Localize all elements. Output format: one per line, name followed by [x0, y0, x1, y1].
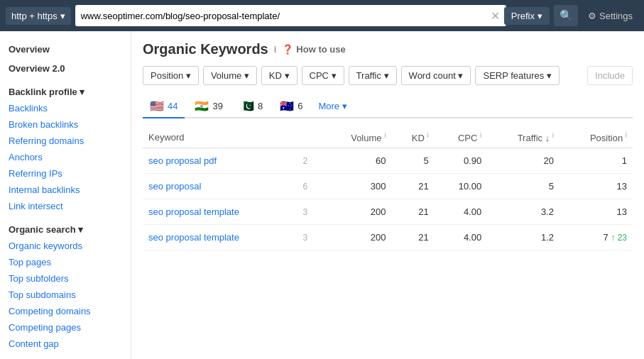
url-input[interactable] [75, 5, 506, 26]
title-info-icon[interactable]: i [274, 44, 277, 55]
protocol-chevron-icon: ▾ [60, 11, 65, 21]
position-value: 1 [622, 155, 627, 166]
traffic-cell: 3.2 [487, 199, 560, 225]
sidebar-item-content-gap[interactable]: Content gap [0, 336, 131, 352]
tab-us-count: 44 [168, 101, 178, 111]
col-volume: Volume i [322, 127, 392, 148]
keyword-cell: seo proposal pdf [143, 148, 298, 174]
top-bar: http + https ▾ ✕ Prefix ▾ 🔍 ⚙ Settings [0, 0, 644, 31]
position-cell: 7 ↑ 23 [560, 225, 633, 250]
position-value: 7 [603, 232, 608, 243]
filter-word-count[interactable]: Word count ▾ [401, 66, 471, 85]
sidebar-overview[interactable]: Overview [0, 38, 131, 57]
traffic-up-icon: ↑ 23 [611, 233, 627, 243]
position-cell: 13 [560, 199, 633, 225]
settings-label: Settings [599, 11, 633, 21]
sidebar-item-competing-pages[interactable]: Competing pages [0, 319, 131, 336]
kd-cell: 21 [391, 225, 434, 250]
clear-button[interactable]: ✕ [491, 9, 500, 23]
keyword-link[interactable]: seo proposal template [148, 206, 239, 217]
kd-cell: 5 [391, 148, 434, 174]
settings-button[interactable]: ⚙ Settings [582, 7, 638, 25]
col-kd: KD i [391, 127, 434, 148]
question-icon: ❓ [282, 44, 293, 55]
sidebar-item-referring-ips[interactable]: Referring IPs [0, 165, 131, 182]
sidebar-item-internal-backlinks[interactable]: Internal backlinks [0, 182, 131, 198]
col-position: Position i [560, 127, 633, 148]
search-button[interactable]: 🔍 [554, 5, 578, 26]
protocol-label: http + https [11, 11, 58, 21]
tab-in-count: 39 [212, 101, 222, 111]
flag-au-icon: 🇦🇺 [280, 99, 294, 113]
position-cell: 13 [560, 174, 633, 199]
col2-cell: 3 [298, 225, 322, 250]
tab-au-count: 6 [298, 101, 302, 111]
sidebar-item-link-intersect[interactable]: Link intersect [0, 198, 131, 214]
col2-cell: 6 [298, 174, 322, 199]
tab-pk-count: 8 [258, 101, 263, 111]
tab-in[interactable]: 🇮🇳 39 [187, 95, 229, 118]
small-num: 2 [303, 156, 308, 166]
traffic-cell: 5 [487, 174, 560, 199]
keyword-link[interactable]: seo proposal [148, 181, 201, 192]
filter-traffic[interactable]: Traffic ▾ [349, 66, 397, 85]
sidebar-pages[interactable]: Pages ▾ [0, 356, 131, 359]
layout: Overview Overview 2.0 Backlink profile ▾… [0, 31, 644, 359]
tab-us[interactable]: 🇺🇸 44 [143, 95, 185, 118]
prefix-label: Prefix [511, 11, 535, 21]
flag-pk-icon: 🇵🇰 [240, 99, 254, 113]
kd-cell: 21 [391, 199, 434, 225]
table-row: seo proposal template 3 200 21 4.00 3.2 … [143, 199, 633, 225]
how-to-use-link[interactable]: ❓ How to use [282, 44, 345, 55]
filter-position[interactable]: Position ▾ [143, 66, 199, 85]
col-cpc: CPC i [435, 127, 488, 148]
cpc-cell: 0.90 [435, 148, 488, 174]
sidebar-item-anchors[interactable]: Anchors [0, 149, 131, 165]
page-title: Organic Keywords [143, 41, 268, 57]
sidebar-item-top-subdomains[interactable]: Top subdomains [0, 287, 131, 303]
sidebar-overview2[interactable]: Overview 2.0 [0, 57, 131, 77]
small-num: 3 [303, 233, 308, 243]
sidebar-item-top-subfolders[interactable]: Top subfolders [0, 270, 131, 287]
col-empty [298, 127, 322, 148]
protocol-dropdown[interactable]: http + https ▾ [6, 7, 71, 25]
sidebar-item-organic-keywords[interactable]: Organic keywords [0, 238, 131, 254]
col-keyword: Keyword [143, 127, 298, 148]
more-tabs-button[interactable]: More ▾ [312, 96, 352, 116]
filter-kd[interactable]: KD ▾ [261, 66, 298, 85]
table-row: seo proposal template 3 200 21 4.00 1.2 … [143, 225, 633, 250]
sidebar-item-broken-backlinks[interactable]: Broken backlinks [0, 116, 131, 133]
volume-cell: 200 [322, 225, 392, 250]
sidebar-backlink-profile[interactable]: Backlink profile ▾ [0, 81, 131, 100]
sidebar-item-referring-domains[interactable]: Referring domains [0, 133, 131, 149]
filter-cpc[interactable]: CPC ▾ [302, 66, 344, 85]
sidebar-item-competing-domains[interactable]: Competing domains [0, 303, 131, 319]
volume-cell: 60 [322, 148, 392, 174]
page-title-row: Organic Keywords i ❓ How to use [143, 41, 633, 57]
prefix-chevron-icon: ▾ [537, 11, 542, 21]
sidebar-item-top-pages[interactable]: Top pages [0, 254, 131, 270]
volume-cell: 200 [322, 199, 392, 225]
keyword-cell: seo proposal [143, 174, 298, 199]
position-value: 13 [617, 181, 627, 192]
prefix-dropdown[interactable]: Prefix ▾ [504, 7, 550, 25]
include-button[interactable]: Include [587, 66, 633, 85]
keyword-link[interactable]: seo proposal pdf [148, 155, 217, 166]
tab-pk[interactable]: 🇵🇰 8 [233, 95, 270, 118]
keyword-cell: seo proposal template [143, 225, 298, 250]
filter-bar: Position ▾ Volume ▾ KD ▾ CPC ▾ Traffic ▾… [143, 66, 633, 85]
cpc-cell: 10.00 [435, 174, 488, 199]
filter-serp-features[interactable]: SERP features ▾ [475, 66, 559, 85]
settings-gear-icon: ⚙ [588, 11, 596, 21]
tab-au[interactable]: 🇦🇺 6 [273, 95, 310, 118]
flag-in-icon: 🇮🇳 [195, 99, 209, 113]
position-value: 13 [617, 206, 627, 217]
filter-volume[interactable]: Volume ▾ [203, 66, 257, 85]
traffic-cell: 1.2 [487, 225, 560, 250]
keyword-link[interactable]: seo proposal template [148, 232, 239, 243]
traffic-cell: 20 [487, 148, 560, 174]
kd-cell: 21 [391, 174, 434, 199]
sidebar-organic-search[interactable]: Organic search ▾ [0, 219, 131, 238]
keyword-cell: seo proposal template [143, 199, 298, 225]
sidebar-item-backlinks[interactable]: Backlinks [0, 100, 131, 116]
